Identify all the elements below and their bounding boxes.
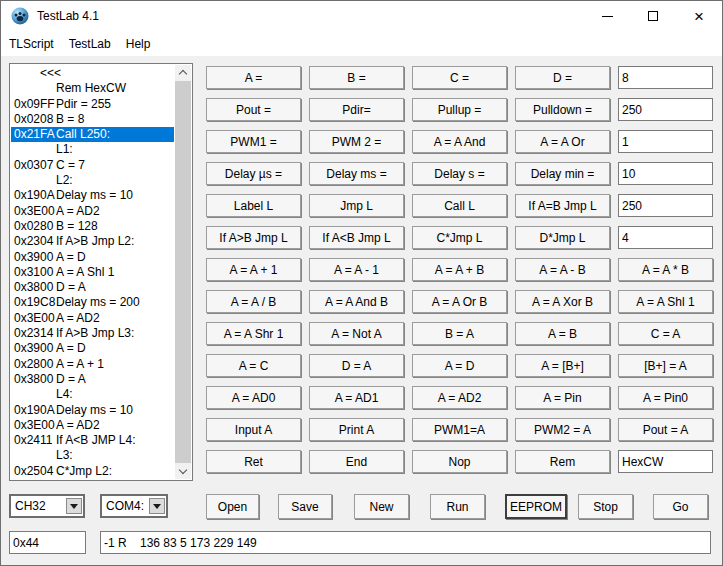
- list-item[interactable]: 0x3800D = A: [11, 372, 174, 387]
- action-stop-button[interactable]: Stop: [578, 494, 633, 519]
- list-item[interactable]: 0x190ADelay ms = 10: [11, 403, 174, 418]
- grid-button[interactable]: If A<B Jmp L: [309, 226, 404, 249]
- grid-button[interactable]: C = A: [618, 322, 713, 345]
- list-item[interactable]: 0x3100A = A Shl 1: [11, 265, 174, 280]
- grid-button[interactable]: A = A + 1: [206, 258, 301, 281]
- grid-button[interactable]: Print A: [309, 418, 404, 441]
- grid-button[interactable]: Delay min =: [515, 162, 610, 185]
- grid-button[interactable]: Delay µs =: [206, 162, 301, 185]
- grid-button[interactable]: A = AD0: [206, 386, 301, 409]
- list-item[interactable]: 0x2504C*Jmp L2:: [11, 464, 174, 479]
- grid-button[interactable]: A = A * B: [618, 258, 713, 281]
- grid-button[interactable]: [B+] = A: [618, 354, 713, 377]
- com-port-select[interactable]: COM4:: [100, 494, 168, 518]
- grid-button[interactable]: A = A / B: [206, 290, 301, 313]
- grid-button[interactable]: A = AD2: [412, 386, 507, 409]
- grid-button[interactable]: End: [309, 450, 404, 473]
- grid-field[interactable]: [618, 66, 713, 89]
- grid-field[interactable]: [618, 130, 713, 153]
- grid-button[interactable]: A = AD1: [309, 386, 404, 409]
- scrollbar-thumb[interactable]: [175, 81, 191, 463]
- action-new-button[interactable]: New: [354, 494, 409, 519]
- list-item[interactable]: 0x2304If A>B Jmp L2:: [11, 234, 174, 249]
- scrollbar-up-button[interactable]: [175, 65, 191, 81]
- grid-button[interactable]: A = A - B: [515, 258, 610, 281]
- grid-button[interactable]: B = A: [412, 322, 507, 345]
- grid-button[interactable]: Delay ms =: [309, 162, 404, 185]
- address-field[interactable]: [9, 531, 86, 554]
- menu-item-testlab[interactable]: TestLab: [69, 34, 111, 54]
- grid-button[interactable]: Pout = A: [618, 418, 713, 441]
- close-button[interactable]: ×: [676, 1, 722, 31]
- grid-button[interactable]: Pulldown =: [515, 98, 610, 121]
- list-item[interactable]: 0x3900A = D: [11, 341, 174, 356]
- action-eeprom-button[interactable]: EEPROM: [505, 494, 567, 519]
- list-item[interactable]: 0x0208B = 8: [11, 112, 174, 127]
- grid-button[interactable]: A = Not A: [309, 322, 404, 345]
- grid-button[interactable]: A = C: [206, 354, 301, 377]
- grid-button[interactable]: C*Jmp L: [412, 226, 507, 249]
- minimize-button[interactable]: [584, 1, 630, 31]
- combo-dropdown-button[interactable]: [66, 498, 82, 514]
- grid-button[interactable]: Rem: [515, 450, 610, 473]
- grid-button[interactable]: PWM1 =: [206, 130, 301, 153]
- grid-button[interactable]: If A>B Jmp L: [206, 226, 301, 249]
- list-item[interactable]: 0x2411If A<B JMP L4:: [11, 433, 174, 448]
- list-item[interactable]: <<<: [11, 66, 174, 81]
- grid-button[interactable]: A =: [206, 66, 301, 89]
- grid-button[interactable]: A = A Shr 1: [206, 322, 301, 345]
- menu-item-tlscript[interactable]: TLScript: [9, 34, 54, 54]
- list-item[interactable]: 0x2314If A>B Jmp L3:: [11, 326, 174, 341]
- grid-field[interactable]: [618, 450, 713, 473]
- grid-button[interactable]: D =: [515, 66, 610, 89]
- list-item[interactable]: Rem HexCW: [11, 81, 174, 96]
- grid-button[interactable]: D = A: [309, 354, 404, 377]
- list-item[interactable]: 0x190ADelay ms = 10: [11, 188, 174, 203]
- grid-button[interactable]: Jmp L: [309, 194, 404, 217]
- grid-button[interactable]: D*Jmp L: [515, 226, 610, 249]
- grid-button[interactable]: A = A And B: [309, 290, 404, 313]
- grid-button[interactable]: Delay s =: [412, 162, 507, 185]
- grid-button[interactable]: A = A - 1: [309, 258, 404, 281]
- grid-button[interactable]: A = [B+]: [515, 354, 610, 377]
- grid-button[interactable]: A = A + B: [412, 258, 507, 281]
- list-item[interactable]: 0x3E00A = AD2: [11, 418, 174, 433]
- grid-button[interactable]: Nop: [412, 450, 507, 473]
- list-item[interactable]: 0x21FACall L250:: [11, 127, 174, 142]
- grid-button[interactable]: A = Pin0: [618, 386, 713, 409]
- grid-button[interactable]: PWM1=A: [412, 418, 507, 441]
- maximize-button[interactable]: [630, 1, 676, 31]
- list-item[interactable]: 0x3E00A = AD2: [11, 311, 174, 326]
- chip-select[interactable]: CH32: [9, 494, 85, 518]
- grid-button[interactable]: B =: [309, 66, 404, 89]
- list-item[interactable]: 0x0307C = 7: [11, 158, 174, 173]
- output-field[interactable]: [100, 531, 711, 554]
- grid-button[interactable]: PWM 2 =: [309, 130, 404, 153]
- grid-button[interactable]: If A=B Jmp L: [515, 194, 610, 217]
- action-save-button[interactable]: Save: [278, 494, 332, 519]
- list-item[interactable]: 0x3E00A = AD2: [11, 204, 174, 219]
- list-item[interactable]: L3:: [11, 448, 174, 463]
- menu-item-help[interactable]: Help: [126, 34, 151, 54]
- grid-field[interactable]: [618, 194, 713, 217]
- grid-field[interactable]: [618, 162, 713, 185]
- grid-button[interactable]: Pullup =: [412, 98, 507, 121]
- grid-button[interactable]: C =: [412, 66, 507, 89]
- grid-button[interactable]: A = D: [412, 354, 507, 377]
- grid-button[interactable]: Pout =: [206, 98, 301, 121]
- grid-button[interactable]: Call L: [412, 194, 507, 217]
- list-item[interactable]: 0x09FFPdir = 255: [11, 97, 174, 112]
- grid-button[interactable]: A = A Or: [515, 130, 610, 153]
- grid-button[interactable]: Ret: [206, 450, 301, 473]
- list-item[interactable]: 0x3800D = A: [11, 280, 174, 295]
- list-item[interactable]: 0x19C8Delay ms = 200: [11, 295, 174, 310]
- grid-button[interactable]: Input A: [206, 418, 301, 441]
- grid-button[interactable]: A = Pin: [515, 386, 610, 409]
- action-open-button[interactable]: Open: [206, 494, 259, 519]
- grid-button[interactable]: A = B: [515, 322, 610, 345]
- scrollbar-down-button[interactable]: [175, 463, 191, 479]
- list-item[interactable]: 0x3900A = D: [11, 250, 174, 265]
- grid-button[interactable]: A = A Shl 1: [618, 290, 713, 313]
- combo-dropdown-button[interactable]: [149, 498, 165, 514]
- list-item[interactable]: L1:: [11, 142, 174, 157]
